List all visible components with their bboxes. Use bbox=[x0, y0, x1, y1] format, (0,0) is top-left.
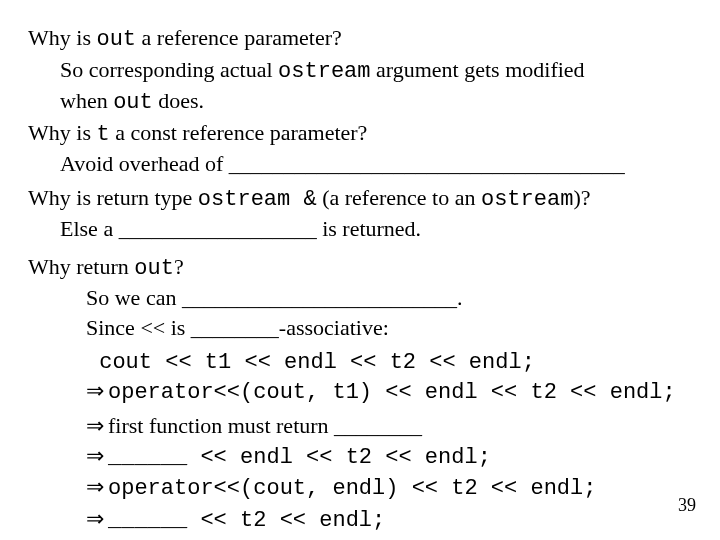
text: Why return bbox=[28, 254, 134, 279]
code: ostream bbox=[481, 187, 573, 212]
text: ? bbox=[174, 254, 184, 279]
text: )? bbox=[573, 185, 590, 210]
text: when bbox=[60, 88, 113, 113]
arrow-icon: ⇒ bbox=[86, 412, 108, 440]
text: So we can _________________________. bbox=[86, 285, 462, 310]
arrow-icon: ⇒ bbox=[86, 473, 108, 501]
code: out bbox=[96, 27, 136, 52]
slide: Why is out a reference parameter? So cor… bbox=[0, 0, 720, 540]
code: ______ << t2 << endl; bbox=[108, 508, 385, 533]
q4-answer-2: Since << is ________-associative: bbox=[86, 314, 692, 342]
code: ______ << endl << t2 << endl; bbox=[108, 445, 491, 470]
code: out bbox=[134, 256, 174, 281]
q2-question: Why is t a const reference parameter? bbox=[28, 119, 692, 149]
arrow-icon: ⇒ bbox=[86, 505, 108, 533]
code: operator<<(cout, t1) << endl << t2 << en… bbox=[108, 380, 676, 405]
q1-answer-l1: So corresponding actual ostream argument… bbox=[60, 56, 692, 86]
code: ostream & bbox=[198, 187, 317, 212]
page-number: 39 bbox=[678, 494, 696, 517]
code-line-1: cout << t1 << endl << t2 << endl; bbox=[86, 349, 692, 377]
q1-question: Why is out a reference parameter? bbox=[28, 24, 692, 54]
text: Why is return type bbox=[28, 185, 198, 210]
deriv-line-4: ⇒______ << t2 << endl; bbox=[86, 505, 692, 535]
text: Why is bbox=[28, 120, 96, 145]
code: t bbox=[96, 122, 109, 147]
code-line-2: ⇒operator<<(cout, t1) << endl << t2 << e… bbox=[86, 377, 692, 407]
text: Avoid overhead of ______________________… bbox=[60, 151, 625, 176]
text: a reference parameter? bbox=[136, 25, 342, 50]
text: Since << is ________-associative: bbox=[86, 315, 389, 340]
deriv-line-2: ⇒______ << endl << t2 << endl; bbox=[86, 442, 692, 472]
deriv-line-3: ⇒operator<<(cout, endl) << t2 << endl; bbox=[86, 473, 692, 503]
code: out bbox=[113, 90, 153, 115]
text: Why is bbox=[28, 25, 96, 50]
text: first function must return ________ bbox=[108, 413, 422, 438]
text: a const reference parameter? bbox=[110, 120, 368, 145]
text: So corresponding actual bbox=[60, 57, 278, 82]
text: argument gets modified bbox=[371, 57, 585, 82]
q3-answer: Else a __________________ is returned. bbox=[60, 215, 692, 243]
q3-question: Why is return type ostream & (a referenc… bbox=[28, 184, 692, 214]
q2-answer: Avoid overhead of ______________________… bbox=[60, 150, 692, 178]
code: ostream bbox=[278, 59, 370, 84]
code: operator<<(cout, endl) << t2 << endl; bbox=[108, 476, 596, 501]
code-block: cout << t1 << endl << t2 << endl; ⇒opera… bbox=[86, 349, 692, 406]
arrow-icon: ⇒ bbox=[86, 442, 108, 470]
q4-answer-1: So we can _________________________. bbox=[86, 284, 692, 312]
q4-question: Why return out? bbox=[28, 253, 692, 283]
text: (a reference to an bbox=[317, 185, 481, 210]
derivation-block: ⇒first function must return ________ ⇒__… bbox=[86, 412, 692, 534]
arrow-icon: ⇒ bbox=[86, 377, 108, 405]
text: Else a __________________ is returned. bbox=[60, 216, 421, 241]
text: does. bbox=[153, 88, 204, 113]
q1-answer-l2: when out does. bbox=[60, 87, 692, 117]
deriv-line-1: ⇒first function must return ________ bbox=[86, 412, 692, 440]
